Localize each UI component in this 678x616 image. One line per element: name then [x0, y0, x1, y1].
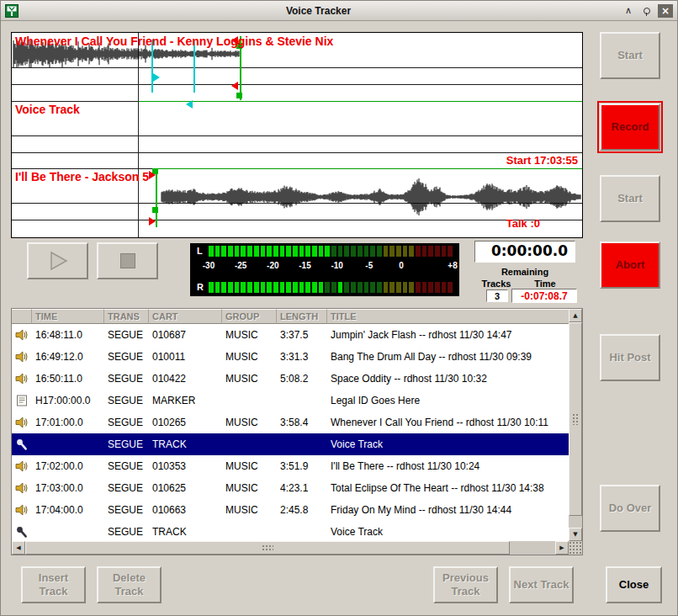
header-icon[interactable] [12, 309, 32, 324]
track3-start-marker[interactable] [156, 170, 157, 227]
log-table: TIME TRANS CART GROUP LENGTH TITLE 16:48… [11, 308, 583, 555]
cell-title: Whenever I Call You Friend -- rdhost 11/… [327, 417, 569, 428]
cell-time: 17:01:00.0 [32, 417, 104, 428]
meter-left-row [209, 246, 453, 257]
start-track3-button[interactable]: Start [600, 175, 660, 222]
meter-left-label: L [197, 246, 203, 256]
meter-segment [442, 282, 447, 293]
meter-segment [358, 246, 363, 257]
meter-segment [389, 282, 395, 293]
previous-track-button[interactable]: Previous Track [433, 566, 498, 603]
scroll-left-button[interactable]: ◀ [12, 541, 25, 555]
header-trans[interactable]: TRANS [104, 309, 149, 324]
log-row[interactable]: 16:48:11.0SEGUE010687MUSIC3:37.5Jumpin' … [12, 324, 569, 346]
pin-window-button[interactable] [639, 4, 654, 18]
waveform-panel[interactable]: Whenever I Call You Friend - Kenny Loggi… [11, 32, 583, 238]
speaker-icon [12, 372, 32, 385]
close-button[interactable]: Close [606, 566, 662, 603]
scroll-up-button[interactable]: ▲ [569, 309, 582, 322]
header-time[interactable]: TIME [32, 309, 104, 324]
app-icon [5, 3, 19, 18]
speaker-icon [12, 481, 32, 495]
remaining-time-label: Time [522, 279, 569, 289]
vertical-scrollbar[interactable]: ▲ ▼ [569, 309, 582, 541]
fade-marker-icon[interactable] [231, 82, 238, 90]
log-row[interactable]: 17:03:00.0SEGUE010625MUSIC4:23.1Total Ec… [12, 477, 569, 499]
play-icon [45, 250, 71, 272]
titlebar[interactable]: Voice Tracker ∧ × [1, 1, 677, 21]
meter-segment [299, 246, 305, 257]
cell-cart: MARKER [149, 395, 222, 406]
meter-segment [338, 282, 343, 293]
cell-length: 2:45.8 [277, 504, 327, 516]
waveform-svg [12, 33, 583, 238]
fade-marker-icon[interactable] [149, 217, 156, 226]
stop-button[interactable] [97, 242, 158, 279]
meter-segment [435, 282, 440, 293]
meter-segment [215, 282, 220, 293]
cell-time: 17:02:00.0 [32, 460, 104, 472]
marker-handle-icon[interactable] [152, 207, 158, 213]
meter-segment [228, 246, 233, 257]
start-track1-button[interactable]: Start [600, 32, 660, 79]
meter-scale: -30-25-20-15-10-50+8 [209, 261, 453, 273]
delete-track-button[interactable]: Delete Track [97, 566, 162, 603]
marker-icon [12, 394, 32, 407]
meter-segment [241, 246, 246, 257]
cell-trans: SEGUE [104, 438, 149, 450]
meter-segment [319, 282, 324, 293]
meter-segment [364, 282, 369, 293]
vertical-scroll-thumb[interactable] [569, 322, 582, 516]
meter-segment [273, 282, 278, 293]
log-row[interactable]: 17:01:00.0SEGUE010265MUSIC3:58.4Whenever… [12, 412, 569, 433]
horizontal-scrollbar[interactable]: ◀ ▶ [12, 541, 569, 555]
cell-time: 16:49:12.0 [32, 351, 104, 363]
cell-group: MUSIC [222, 351, 277, 363]
log-row[interactable]: 17:04:00.0SEGUE010663MUSIC2:45.8Friday O… [12, 499, 569, 521]
meter-segment [235, 282, 240, 293]
do-over-button[interactable]: Do Over [600, 485, 660, 532]
hit-post-button[interactable]: Hit Post [600, 334, 660, 381]
cell-title: I'll Be There -- rdhost 11/30 10:24 [327, 460, 569, 472]
log-row[interactable]: SEGUETRACKVoice Track [12, 521, 569, 541]
next-track-button[interactable]: Next Track [509, 566, 574, 603]
meter-segment [267, 246, 272, 257]
insert-track-button[interactable]: Insert Track [21, 566, 86, 603]
meter-segment [409, 246, 414, 257]
close-window-button[interactable]: × [658, 4, 673, 18]
scroll-down-button[interactable]: ▼ [569, 528, 582, 541]
fade-marker-icon[interactable] [149, 171, 156, 179]
meter-segment [247, 282, 252, 293]
log-row[interactable]: 16:50:11.0SEGUE010422MUSIC5:08.2Space Od… [12, 368, 569, 390]
meter-segment [261, 246, 266, 257]
scroll-right-button[interactable]: ▶ [555, 541, 569, 555]
play-button[interactable] [27, 242, 88, 279]
track2-title: Voice Track [15, 103, 80, 116]
header-cart[interactable]: CART [149, 309, 222, 324]
header-length[interactable]: LENGTH [277, 309, 327, 324]
log-row[interactable]: 17:02:00.0SEGUE010353MUSIC3:51.9I'll Be … [12, 455, 569, 477]
talk-start-handle-icon[interactable] [153, 73, 160, 82]
meter-segment [409, 282, 414, 293]
horizontal-scroll-thumb[interactable] [25, 541, 510, 555]
talk-end-handle-icon[interactable] [186, 100, 193, 109]
remaining-time-value: -0:07:08.7 [511, 289, 577, 303]
cell-trans: SEGUE [104, 482, 149, 494]
cell-title: Jumpin' Jack Flash -- rdhost 11/30 14:47 [327, 329, 569, 341]
log-row[interactable]: H17:00:00.0SEGUEMARKERLegal ID Goes Here [12, 390, 569, 412]
log-row[interactable]: SEGUETRACKVoice Track [12, 433, 569, 455]
marker-handle-icon[interactable] [236, 93, 242, 98]
log-row[interactable]: 16:49:12.0SEGUE010011MUSIC3:31.3Bang The… [12, 346, 569, 368]
meter-segment [422, 246, 427, 257]
meter-segment [344, 282, 349, 293]
header-title[interactable]: TITLE [327, 309, 569, 324]
meter-segment [396, 246, 401, 257]
meter-scale-label: +8 [448, 261, 457, 270]
shade-window-button[interactable]: ∧ [621, 4, 636, 18]
meter-segment [209, 282, 214, 293]
header-group[interactable]: GROUP [222, 309, 277, 324]
meter-segment [338, 246, 343, 257]
meter-segment [370, 246, 375, 257]
record-button[interactable]: Record [600, 104, 660, 151]
abort-button[interactable]: Abort [600, 242, 660, 289]
